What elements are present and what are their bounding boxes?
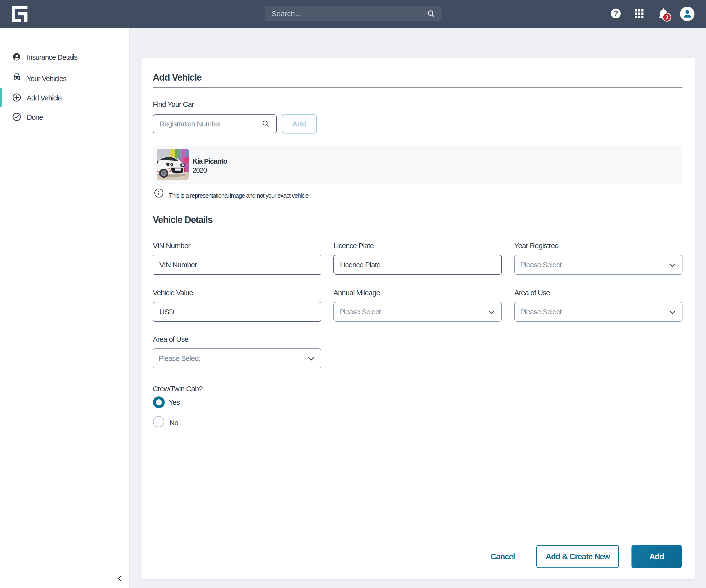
svg-text:3: 3	[665, 14, 668, 20]
svg-text:?: ?	[613, 9, 618, 18]
